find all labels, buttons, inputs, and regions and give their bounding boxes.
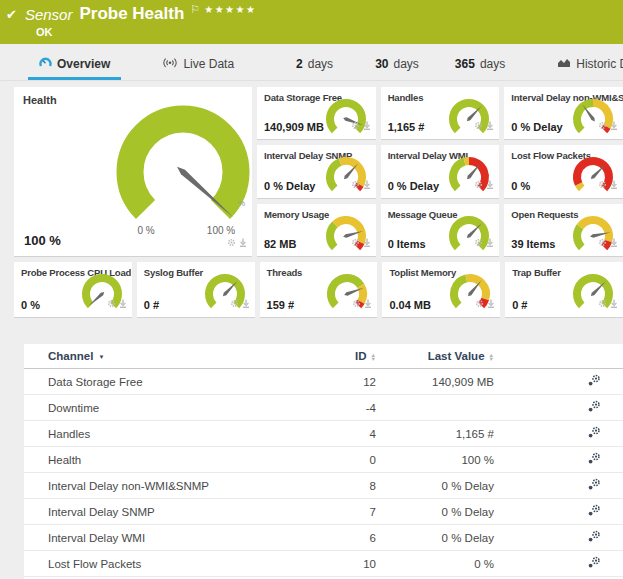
gear-icon[interactable] [474, 175, 483, 193]
gauge-value: 39 Items [511, 238, 555, 250]
channel-last-value: 0 % [376, 558, 494, 570]
gear-icon[interactable] [598, 175, 607, 193]
channel-settings-icon[interactable] [587, 504, 601, 519]
broadcast-icon [162, 57, 178, 71]
gear-icon[interactable] [474, 233, 483, 251]
gauge-tile[interactable]: Trap Buffer 0 # [505, 262, 623, 318]
channel-settings-icon[interactable] [587, 556, 601, 571]
gear-icon[interactable] [107, 294, 116, 312]
tab-overview[interactable]: Overview [28, 50, 121, 80]
download-icon[interactable] [363, 175, 371, 193]
channel-settings-icon[interactable] [587, 400, 601, 415]
channel-settings-icon[interactable] [587, 478, 601, 493]
tab-bar: Overview Live Data 2 days 30 days 365 da… [0, 50, 623, 81]
table-row: Interval Delay SNMP 7 0 % Delay [24, 499, 623, 525]
download-icon[interactable] [610, 116, 618, 134]
channel-settings-icon[interactable] [587, 530, 601, 545]
gauge-tile[interactable]: Interval Delay WMI 0 % Delay [381, 145, 500, 198]
gear-icon[interactable] [351, 116, 360, 134]
gear-icon[interactable] [598, 233, 607, 251]
channel-name: Handles [48, 428, 90, 440]
download-icon[interactable] [610, 294, 618, 312]
channel-table-header: Channel ▼ ID▲▼ Last Value▲▼ [24, 344, 623, 369]
download-icon[interactable] [486, 116, 494, 134]
tab-live-data[interactable]: Live Data [151, 50, 245, 80]
gauge-tile[interactable]: Interval Delay non-WMI&SNMP 0 % Delay [504, 87, 623, 140]
gauge-value: 0 # [512, 299, 527, 311]
download-icon[interactable] [119, 294, 127, 312]
download-icon[interactable] [610, 233, 618, 251]
table-row: Downtime -4 [24, 395, 623, 421]
sort-both-icon: ▲▼ [489, 353, 494, 361]
channel-settings-icon[interactable] [587, 452, 601, 467]
gauge-tile[interactable]: Memory Usage 82 MB [257, 204, 376, 257]
tab-days[interactable]: 365 days [444, 50, 516, 80]
gauge-value: 140,909 MB [264, 121, 324, 133]
channel-id: 4 [298, 428, 376, 440]
gear-icon[interactable] [475, 294, 484, 312]
gear-icon[interactable] [598, 294, 607, 312]
channel-id: 6 [298, 532, 376, 544]
download-icon[interactable] [363, 116, 371, 134]
table-row: Interval Delay WMI 6 0 % Delay [24, 525, 623, 551]
tab-historic-data[interactable]: Historic Data [546, 50, 623, 80]
gauge-value: 0 % Delay [264, 180, 315, 192]
column-header-last-value[interactable]: Last Value▲▼ [376, 350, 494, 362]
gauge-tile[interactable]: Probe Process CPU Load 0 % [14, 262, 132, 318]
gauge-tile[interactable]: Lost Flow Packets 0 % [504, 145, 623, 198]
health-scale-min: 0 % [137, 225, 154, 236]
channel-id: 0 [298, 454, 376, 466]
gauge-tile[interactable]: Syslog Buffer 0 # [137, 262, 255, 318]
gauge-tile[interactable]: Handles 1,165 # [381, 87, 500, 140]
priority-stars[interactable]: ★★★★★ [204, 4, 256, 15]
check-icon: ✔ [6, 7, 17, 22]
gear-icon[interactable] [230, 294, 239, 312]
table-row: Lost Flow Packets 10 0 % [24, 551, 623, 577]
gear-icon[interactable] [474, 116, 483, 134]
gauge-value: 0 Items [388, 238, 426, 250]
table-row: Data Storage Free 12 140,909 MB [24, 369, 623, 395]
sort-desc-icon: ▼ [98, 354, 104, 360]
gauge-tile[interactable]: Threads 159 # [260, 262, 378, 318]
download-icon[interactable] [486, 233, 494, 251]
gauge-tile[interactable]: Interval Delay SNMP 0 % Delay [257, 145, 376, 198]
channel-name: Interval Delay SNMP [48, 506, 155, 518]
tab-days[interactable]: 2 days [285, 50, 344, 80]
channel-settings-icon[interactable] [587, 374, 601, 389]
health-value: 100 % [24, 233, 61, 248]
channel-id: 7 [298, 506, 376, 518]
download-icon[interactable] [487, 294, 495, 312]
download-icon[interactable] [486, 175, 494, 193]
download-icon[interactable] [364, 294, 372, 312]
channel-settings-icon[interactable] [587, 426, 601, 441]
gear-icon[interactable] [352, 294, 361, 312]
channel-name: Downtime [48, 402, 99, 414]
gauge-tile[interactable]: Data Storage Free 140,909 MB [257, 87, 376, 140]
gauge-title: Syslog Buffer [144, 267, 203, 278]
channel-name: Data Storage Free [48, 376, 143, 388]
gauge-tile[interactable]: Toplist Memory 0.04 MB [382, 262, 500, 318]
gauge-title: Trap Buffer [512, 267, 560, 278]
gear-icon[interactable] [351, 175, 360, 193]
health-gauge-card[interactable]: Health 0 % 100 % % 100 % [14, 87, 252, 257]
gauge-tile[interactable]: Open Requests 39 Items [504, 204, 623, 257]
gauge-value: 82 MB [264, 238, 296, 250]
gauge-tile[interactable]: Message Queue 0 Items [381, 204, 500, 257]
gear-icon[interactable] [227, 233, 236, 251]
channel-id: 8 [298, 480, 376, 492]
channel-name: Lost Flow Packets [48, 558, 141, 570]
gauge-grid-top: Data Storage Free 140,909 MB Handles 1,1… [257, 87, 623, 257]
channel-id: -4 [298, 402, 376, 414]
download-icon[interactable] [242, 294, 250, 312]
gear-icon[interactable] [351, 233, 360, 251]
download-icon[interactable] [610, 175, 618, 193]
column-header-id[interactable]: ID▲▼ [298, 350, 376, 362]
download-icon[interactable] [239, 233, 247, 251]
download-icon[interactable] [363, 233, 371, 251]
column-header-channel[interactable]: Channel ▼ [24, 350, 298, 362]
channel-last-value: 100 % [376, 454, 494, 466]
gauge-value: 0 # [144, 299, 159, 311]
sensor-title: Probe Health [79, 4, 184, 24]
tab-days[interactable]: 30 days [364, 50, 430, 80]
gear-icon[interactable] [598, 116, 607, 134]
